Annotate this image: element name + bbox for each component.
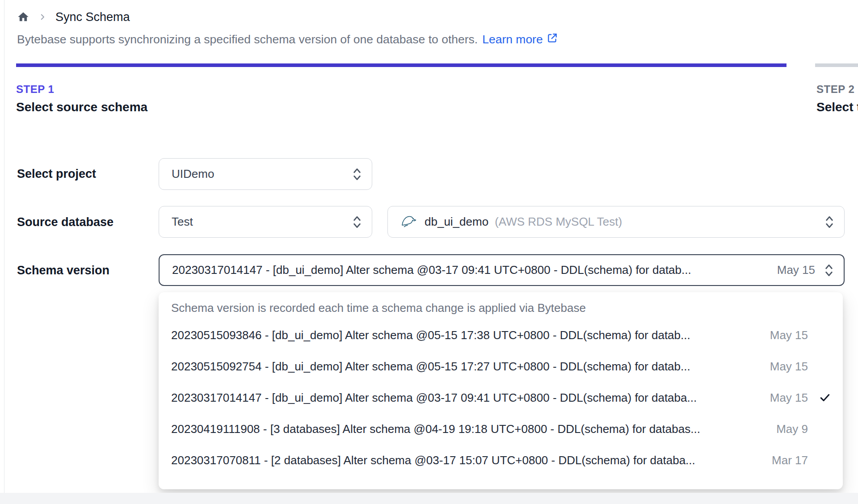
updown-chevrons-icon [824,262,834,278]
chevron-right-icon [38,13,46,21]
step2-label: STEP 2 [816,83,858,96]
list-item-date: May 15 [770,391,808,405]
database-instance-text: (AWS RDS MySQL Test) [495,215,824,229]
database-select[interactable]: db_ui_demo (AWS RDS MySQL Test) [387,206,845,238]
list-item[interactable]: 20230317070811 - [2 databases] Alter sch… [159,445,843,476]
step1-header: STEP 1 Select source schema [16,83,147,114]
updown-chevrons-icon [352,166,362,182]
check-icon [808,391,831,404]
schema-version-dropdown: Schema version is recorded each time a s… [159,292,843,489]
schema-version-label: Schema version [17,264,109,277]
list-item-text: 20230317014147 - [db_ui_demo] Alter sche… [171,391,762,405]
mysql-dolphin-icon [400,214,416,230]
dropdown-item-list: 20230515093846 - [db_ui_demo] Alter sche… [159,319,843,476]
list-item-date: May 9 [776,422,808,436]
bottom-background-strip [0,493,858,504]
list-item-text: 20230419111908 - [3 databases] Alter sch… [171,422,768,436]
list-item[interactable]: 20230419111908 - [3 databases] Alter sch… [159,413,843,445]
project-select-value: UIDemo [172,167,352,181]
left-panel-divider [4,0,4,504]
home-icon[interactable] [17,11,29,23]
breadcrumb: Sync Schema [17,8,130,26]
schema-version-select[interactable]: 20230317014147 - [db_ui_demo] Alter sche… [159,254,845,286]
step1-label: STEP 1 [16,83,147,96]
learn-more-link[interactable]: Learn more [482,32,558,47]
step1-progress-bar [16,63,786,67]
page-title: Sync Schema [55,10,130,24]
learn-more-label: Learn more [482,33,543,46]
step2-header: STEP 2 Select t [816,83,858,114]
external-link-icon [547,32,558,47]
list-item-date: May 15 [770,360,808,374]
project-select[interactable]: UIDemo [159,158,372,190]
schema-version-select-date: May 15 [777,263,815,277]
database-select-value: db_ui_demo [425,215,488,229]
sync-schema-page: Sync Schema Bytebase supports synchroniz… [0,0,858,504]
list-item-date: May 15 [770,328,808,342]
step2-title: Select t [816,100,858,114]
list-item[interactable]: 20230515093846 - [db_ui_demo] Alter sche… [159,319,843,351]
environment-select[interactable]: Test [159,206,372,238]
environment-select-value: Test [172,215,352,229]
page-description: Bytebase supports synchronizing a specif… [17,32,558,47]
list-item-text: 20230317070811 - [2 databases] Alter sch… [171,454,764,467]
list-item[interactable]: 20230317014147 - [db_ui_demo] Alter sche… [159,382,843,413]
list-item-text: 20230515092754 - [db_ui_demo] Alter sche… [171,360,762,374]
description-text: Bytebase supports synchronizing a specif… [17,33,478,46]
source-database-label: Source database [17,215,114,229]
list-item-text: 20230515093846 - [db_ui_demo] Alter sche… [171,328,762,342]
step1-title: Select source schema [16,100,147,114]
list-item[interactable]: 20230515092754 - [db_ui_demo] Alter sche… [159,351,843,382]
step2-progress-bar [815,63,858,67]
updown-chevrons-icon [352,214,362,230]
list-item-date: Mar 17 [772,454,808,467]
updown-chevrons-icon [824,214,834,230]
select-project-label: Select project [17,167,96,181]
dropdown-hint-text: Schema version is recorded each time a s… [159,295,843,319]
schema-version-select-value: 20230317014147 - [db_ui_demo] Alter sche… [172,263,770,277]
